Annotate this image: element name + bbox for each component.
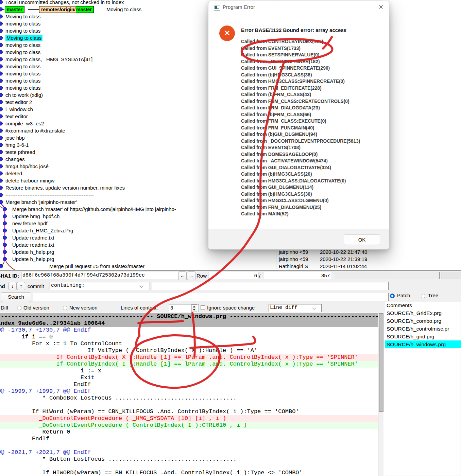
diff-line: For x := 1 To ControlCount <box>0 340 378 347</box>
diff-hunk-line: @@ -2021,7 +2021,7 @@ EndIf <box>0 449 378 456</box>
commit-row-selected[interactable]: Moving to class <box>5 34 42 41</box>
row-total-field[interactable]: 357 <box>264 272 331 279</box>
commit-row[interactable]: ----------------------------------------… <box>5 191 94 198</box>
new-version-radio[interactable] <box>63 306 67 310</box>
stack-line: Called from SETSPINNERVALUE(0) <box>241 52 360 58</box>
diff-line <box>0 463 378 470</box>
commit-row[interactable]: delete harbour mingw <box>5 177 54 184</box>
stack-line: Called from EVENTS(1708) <box>241 144 360 151</box>
diff-line: Exit <box>0 374 378 381</box>
ok-button[interactable]: OK <box>344 234 380 245</box>
commit-row[interactable]: i_window.ch <box>5 106 33 113</box>
sha1-label: SHA1 ID: <box>0 273 19 279</box>
commit-row[interactable]: hmg 3-6-1 <box>5 141 29 148</box>
commit-row[interactable]: new feture hpdf <box>12 220 47 227</box>
search-input[interactable] <box>33 293 389 301</box>
ignore-space-label[interactable]: Ignore space change <box>207 305 255 311</box>
diff-line: * Button LostFocus .....................… <box>0 456 378 463</box>
commit-date: 2020-11-14 01:02:44 <box>320 263 367 270</box>
file-item[interactable]: SOURCE/h_controlmisc.pr <box>385 325 461 333</box>
stack-line: Called from GUI_DLGMENU(114) <box>241 184 360 191</box>
commit-row[interactable]: Update h_help.prg <box>12 248 54 255</box>
new-version-label[interactable]: New version <box>69 305 98 311</box>
commit-row[interactable]: moving to class <box>5 41 40 49</box>
search-button[interactable]: Search <box>1 292 31 302</box>
stack-line: Called from GUI_SPINNERCREATE(290) <box>241 65 360 72</box>
row-current-field[interactable]: 6 <box>208 272 258 279</box>
back-button[interactable]: ← <box>178 271 187 280</box>
dialog-title: Program Error <box>223 4 255 10</box>
commit-row[interactable]: hmg3.hbp/hbc josé <box>5 163 49 170</box>
diff-radio-label[interactable]: Diff <box>1 305 8 311</box>
forward-button[interactable]: → <box>187 271 195 280</box>
commit-row[interactable]: jose hbp <box>5 134 25 141</box>
stack-line: Called from FRM_CLASS:CREATECONTROLS(0) <box>241 98 360 105</box>
program-error-dialog: Program Error ✕ ✕ Error BASE/1132 Bound … <box>208 1 389 250</box>
stack-line: Called from FRM_EDITCREATE(228) <box>241 85 360 92</box>
stack-line: Called from FRM_DIALOGDATA(23) <box>241 105 360 111</box>
remote-branch-label[interactable]: remotes/origin/master <box>39 6 94 13</box>
commit-row[interactable]: Restore binaries, update version number,… <box>5 184 125 191</box>
commit-row[interactable]: compile -w3 -es2 <box>5 120 44 127</box>
commit-row[interactable]: Update hmg_hpdf.ch <box>12 213 59 220</box>
patch-radio-label[interactable]: Patch <box>397 293 410 298</box>
commit-date: 2020-10-22 21:39:19 <box>320 255 367 263</box>
commit-row[interactable]: Merge branch 'jairpinho-master' <box>5 198 77 206</box>
commit-row[interactable]: Local uncommitted changes, not checked i… <box>5 0 124 6</box>
stack-line: Called from (b)FRM_CLASS(43) <box>241 91 360 98</box>
diff-index-line: index 9ade6d6e..2f9341ab 100644 <box>0 320 378 327</box>
commit-row[interactable]: moving to class <box>5 70 40 77</box>
commit-row[interactable]: Update h_HMG_Zebra.Prg <box>12 227 73 234</box>
commit-row[interactable]: Update h_help.prg <box>12 255 54 263</box>
file-item[interactable]: SOURCE/h_GridEx.prg <box>385 309 461 317</box>
commit-row[interactable]: Update readme.txt <box>12 241 54 248</box>
branch-label-master[interactable]: master <box>5 6 24 13</box>
file-item[interactable]: SOURCE/h_combo.prg <box>385 317 461 325</box>
commit-row[interactable]: deleted <box>5 170 22 177</box>
stack-line: Called from (b)HMG3CLASS(38) <box>241 72 360 78</box>
find-type-combobox[interactable]: containing: <box>50 282 150 290</box>
spinner-arrows[interactable] <box>191 304 197 312</box>
old-version-label[interactable]: Old version <box>23 305 49 311</box>
commit-row[interactable]: teste pthread <box>5 148 35 156</box>
commit-row[interactable]: moving to class <box>5 27 40 34</box>
diff-added-line: _DoControlEventProcedure ( ControlByInde… <box>0 422 378 429</box>
commit-row[interactable]: Merge pull request #5 from asistex/maste… <box>49 263 144 270</box>
commit-row[interactable]: Moving to class <box>5 13 40 20</box>
commit-row[interactable]: #xcommand to #xtranslate <box>5 127 65 134</box>
commit-row[interactable]: ch to work (xdlg) <box>5 91 43 99</box>
commit-row[interactable]: moving to class <box>5 84 40 91</box>
old-version-radio[interactable] <box>17 306 21 310</box>
call-stack: Called from CONTROLBYINDEX(127) Called f… <box>241 38 360 217</box>
commit-row[interactable]: moving to class <box>5 20 40 27</box>
close-icon[interactable]: ✕ <box>378 3 383 11</box>
commit-row[interactable]: moving to class <box>5 49 40 56</box>
commit-row[interactable]: Update readme.txt <box>12 234 54 241</box>
file-item[interactable]: SOURCE/h_grid.prg <box>385 333 461 340</box>
tree-radio-label[interactable]: Tree <box>428 293 438 298</box>
tree-radio[interactable] <box>421 294 425 298</box>
commit-row[interactable]: moving to class <box>5 77 40 84</box>
commit-row[interactable]: changes <box>5 156 25 163</box>
remote-branch-name: master <box>76 6 93 13</box>
remote-prefix: remotes/origin/ <box>39 6 76 13</box>
commit-row[interactable]: moving to class, _HMG_SYSDATA[41] <box>5 56 92 63</box>
diff-added-line: If ControlByIndex( I ):Handle [1] == lPa… <box>0 361 378 368</box>
patch-radio[interactable] <box>390 294 395 298</box>
find-input[interactable] <box>152 282 389 290</box>
diff-line <box>0 442 378 449</box>
diff-scrollbar[interactable] <box>378 313 383 476</box>
commit-row[interactable]: moving to class <box>5 63 40 70</box>
file-item-selected[interactable]: SOURCE/h_windows.prg <box>385 340 461 348</box>
find-up-button[interactable]: ↑ <box>17 282 25 290</box>
ignore-space-checkbox[interactable] <box>201 305 205 310</box>
commit-row[interactable]: text editor <box>5 113 28 120</box>
diff-view[interactable]: ----------------------------------------… <box>0 313 378 476</box>
file-item-comments[interactable]: Comments <box>385 301 461 309</box>
find-down-button[interactable]: ↓ <box>8 282 17 290</box>
scrollbar-thumb[interactable] <box>379 313 383 412</box>
sha1-input[interactable]: d86f6e968f68a390f4d7f994d725302a73d199cc <box>21 272 179 279</box>
commit-row[interactable]: text editor 2 <box>5 99 32 106</box>
error-icon: ✕ <box>219 25 235 41</box>
commit-row[interactable]: Merge branch 'master' of https://github.… <box>12 206 176 213</box>
